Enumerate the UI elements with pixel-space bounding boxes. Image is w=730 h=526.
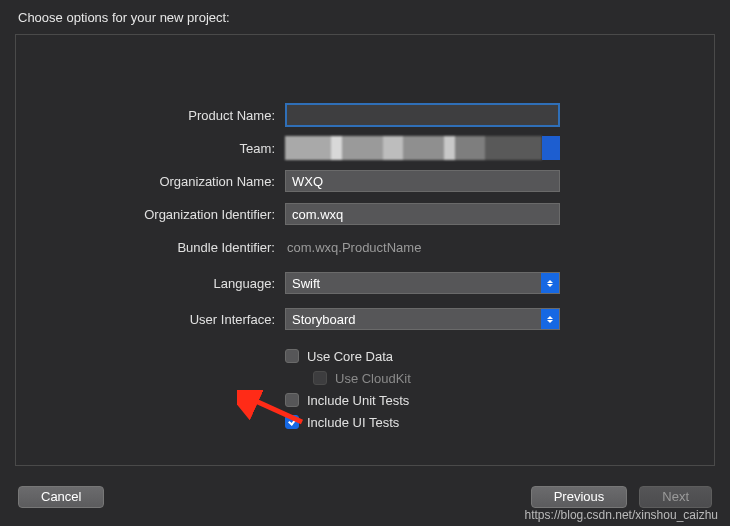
chevron-updown-icon <box>541 273 559 293</box>
cloudkit-checkbox <box>313 371 327 385</box>
cloudkit-label: Use CloudKit <box>335 371 411 386</box>
chevron-updown-icon <box>541 309 559 329</box>
team-label: Team: <box>0 141 285 156</box>
team-value-redacted <box>285 136 542 160</box>
bundle-id-value: com.wxq.ProductName <box>285 240 421 255</box>
ui-tests-checkbox[interactable] <box>285 415 299 429</box>
ui-value: Storyboard <box>292 312 356 327</box>
ui-tests-label: Include UI Tests <box>307 415 399 430</box>
next-button[interactable]: Next <box>639 486 712 508</box>
unit-tests-checkbox[interactable] <box>285 393 299 407</box>
product-name-input[interactable] <box>285 103 560 127</box>
core-data-checkbox[interactable] <box>285 349 299 363</box>
options-form: Product Name: Team: Organization Name: O… <box>0 100 730 433</box>
core-data-label: Use Core Data <box>307 349 393 364</box>
dialog-title: Choose options for your new project: <box>0 0 730 33</box>
language-label: Language: <box>0 276 285 291</box>
org-name-label: Organization Name: <box>0 174 285 189</box>
product-name-label: Product Name: <box>0 108 285 123</box>
ui-select[interactable]: Storyboard <box>285 308 560 330</box>
footer: Cancel Previous Next <box>0 486 730 508</box>
team-select[interactable] <box>285 137 560 159</box>
language-value: Swift <box>292 276 320 291</box>
watermark: https://blog.csdn.net/xinshou_caizhu <box>525 508 718 522</box>
org-name-input[interactable] <box>285 170 560 192</box>
ui-label: User Interface: <box>0 312 285 327</box>
unit-tests-label: Include Unit Tests <box>307 393 409 408</box>
org-id-input[interactable] <box>285 203 560 225</box>
org-id-label: Organization Identifier: <box>0 207 285 222</box>
language-select[interactable]: Swift <box>285 272 560 294</box>
previous-button[interactable]: Previous <box>531 486 628 508</box>
bundle-id-label: Bundle Identifier: <box>0 240 285 255</box>
team-dropdown-icon <box>542 136 560 160</box>
cancel-button[interactable]: Cancel <box>18 486 104 508</box>
